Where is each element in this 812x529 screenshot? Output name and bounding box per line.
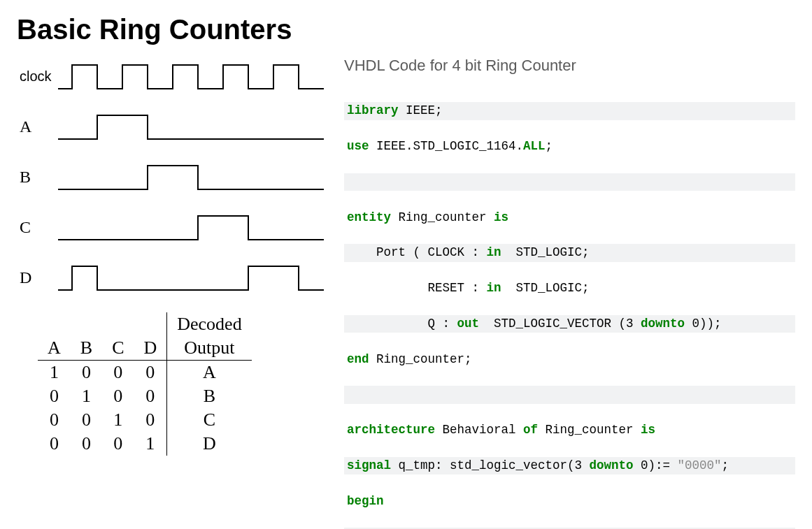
code-line bbox=[344, 386, 795, 403]
col-decoded-top: Decoded bbox=[167, 312, 252, 336]
signal-label-a: A bbox=[17, 117, 50, 136]
code-line: signal q_tmp: std_logic_vector(3 downto … bbox=[344, 457, 795, 474]
col-d: D bbox=[134, 336, 166, 361]
truth-table: Decoded A B C D Output 1 0 0 0 A 0 1 0 0 bbox=[38, 312, 252, 456]
code-line: RESET : in STD_LOGIC; bbox=[344, 280, 795, 297]
code-title: VHDL Code for 4 bit Ring Counter bbox=[344, 57, 795, 75]
signal-row-d: D bbox=[17, 262, 332, 293]
signal-row-b: B bbox=[17, 161, 332, 192]
page-title: Basic Ring Counters bbox=[17, 14, 795, 45]
code-line: Q : out STD_LOGIC_VECTOR (3 downto 0)); bbox=[344, 315, 795, 333]
code-line: use IEEE.STD_LOGIC_1164.ALL; bbox=[344, 138, 795, 155]
table-header-row2: A B C D Output bbox=[38, 336, 252, 361]
signal-label-d: D bbox=[17, 268, 50, 287]
content-columns: clock A B C bbox=[17, 57, 795, 529]
waveform-a bbox=[50, 111, 332, 142]
code-line: entity Ring_counter is bbox=[344, 209, 795, 226]
signal-row-c: C bbox=[17, 212, 332, 242]
col-b: B bbox=[71, 336, 102, 361]
waveform-c bbox=[50, 212, 332, 242]
signal-row-clock: clock bbox=[17, 61, 332, 92]
table-row: 0 0 1 0 C bbox=[38, 408, 252, 432]
right-column: VHDL Code for 4 bit Ring Counter library… bbox=[344, 57, 795, 529]
signal-row-a: A bbox=[17, 111, 332, 142]
timing-diagram: clock A B C bbox=[17, 61, 332, 293]
code-line: library IEEE; bbox=[344, 102, 795, 119]
code-line: Port ( CLOCK : in STD_LOGIC; bbox=[344, 244, 795, 261]
waveform-clock bbox=[50, 61, 332, 92]
code-block: library IEEE; use IEEE.STD_LOGIC_1164.AL… bbox=[344, 85, 795, 529]
signal-label-c: C bbox=[17, 218, 50, 237]
code-line bbox=[344, 173, 795, 191]
col-a: A bbox=[38, 336, 71, 361]
waveform-d bbox=[50, 262, 332, 293]
table-row: 1 0 0 0 A bbox=[38, 361, 252, 385]
code-line: architecture Behavioral of Ring_counter … bbox=[344, 421, 795, 439]
table-header-row1: Decoded bbox=[38, 312, 252, 336]
code-line: begin bbox=[344, 493, 795, 510]
table-row: 0 0 0 1 D bbox=[38, 432, 252, 456]
signal-label-b: B bbox=[17, 168, 50, 187]
left-column: clock A B C bbox=[17, 57, 332, 529]
waveform-b bbox=[50, 161, 332, 192]
col-decoded-bottom: Output bbox=[167, 336, 252, 361]
signal-label-clock: clock bbox=[17, 68, 50, 85]
col-c: C bbox=[102, 336, 134, 361]
table-row: 0 1 0 0 B bbox=[38, 384, 252, 408]
code-line: end Ring_counter; bbox=[344, 351, 795, 368]
